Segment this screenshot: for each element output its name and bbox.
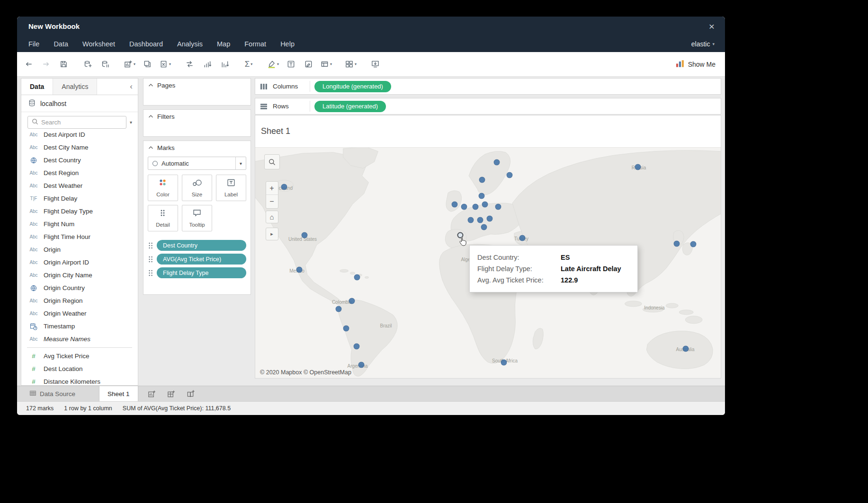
menu-item-dashboard[interactable]: Dashboard bbox=[122, 35, 170, 52]
text-label-button[interactable] bbox=[285, 58, 296, 71]
map-mark[interactable] bbox=[473, 204, 479, 210]
menu-item-file[interactable]: File bbox=[28, 35, 46, 52]
search-options-icon[interactable]: ▾ bbox=[130, 120, 134, 125]
map-mark[interactable] bbox=[281, 184, 287, 190]
map-mark[interactable] bbox=[354, 274, 360, 281]
map-mark[interactable] bbox=[501, 360, 507, 366]
zoom-home-button[interactable]: ⌂ bbox=[266, 211, 278, 223]
field-flight-time-hour[interactable]: AbcFlight Time Hour bbox=[21, 230, 138, 243]
field-origin-airport-id[interactable]: AbcOrigin Airport ID bbox=[21, 256, 138, 269]
field-dest-country[interactable]: Dest Country bbox=[21, 154, 138, 167]
tab-data[interactable]: Data bbox=[21, 79, 53, 95]
zoom-out-button[interactable]: − bbox=[266, 195, 278, 208]
pause-updates-button[interactable] bbox=[99, 58, 111, 71]
totals-button[interactable]: Σ▾ bbox=[243, 58, 254, 71]
pages-shelf[interactable] bbox=[143, 92, 251, 105]
map-mark[interactable] bbox=[479, 177, 485, 183]
mark-label-button[interactable]: Label bbox=[216, 175, 246, 201]
map-mark[interactable] bbox=[494, 159, 500, 166]
new-dashboard-tab-button[interactable] bbox=[166, 386, 177, 401]
zoom-in-button[interactable]: + bbox=[266, 182, 278, 195]
map-mark[interactable] bbox=[343, 326, 349, 332]
field-dest-city-name[interactable]: AbcDest City Name bbox=[21, 141, 138, 154]
map-mark[interactable] bbox=[461, 204, 467, 210]
menu-item-help[interactable]: Help bbox=[273, 35, 302, 52]
mark-size-button[interactable]: Size bbox=[182, 175, 212, 201]
map-mark[interactable] bbox=[477, 217, 483, 223]
pages-card-header[interactable]: Pages bbox=[143, 79, 251, 92]
map-mark[interactable] bbox=[519, 235, 526, 241]
field-origin[interactable]: AbcOrigin bbox=[21, 243, 138, 256]
undo-button[interactable] bbox=[23, 58, 34, 71]
tab-sheet1[interactable]: Sheet 1 bbox=[99, 386, 138, 401]
map-mark[interactable] bbox=[674, 241, 680, 247]
menu-item-format[interactable]: Format bbox=[237, 35, 273, 52]
new-worksheet-tab-button[interactable] bbox=[146, 386, 158, 401]
field-timestamp[interactable]: Timestamp bbox=[21, 320, 138, 333]
search-field[interactable] bbox=[41, 119, 122, 126]
show-cards-button[interactable]: ▾ bbox=[345, 58, 357, 71]
menu-item-analysis[interactable]: Analysis bbox=[170, 35, 210, 52]
field-origin-country[interactable]: Origin Country bbox=[21, 282, 138, 294]
marks-pill-dest-country[interactable]: Dest Country bbox=[157, 240, 246, 251]
show-me-button[interactable]: Show Me bbox=[676, 60, 716, 69]
map-mark[interactable] bbox=[336, 306, 342, 312]
filters-shelf[interactable] bbox=[143, 123, 251, 136]
field-avg-ticket-price[interactable]: #Avg Ticket Price bbox=[21, 350, 138, 362]
map-mark[interactable] bbox=[482, 202, 488, 208]
sort-asc-button[interactable] bbox=[201, 58, 213, 71]
map-mark[interactable] bbox=[690, 241, 697, 247]
map-mark[interactable] bbox=[683, 346, 689, 352]
duplicate-button[interactable] bbox=[142, 58, 153, 71]
mark-detail-button[interactable]: Detail bbox=[148, 205, 178, 231]
map-mark[interactable] bbox=[358, 362, 365, 368]
field-flight-delay-type[interactable]: AbcFlight Delay Type bbox=[21, 205, 138, 218]
data-source-connection[interactable]: localhost bbox=[21, 95, 138, 112]
columns-shelf[interactable]: Columns Longitude (generated) bbox=[255, 78, 721, 95]
redo-button[interactable] bbox=[40, 58, 52, 71]
marks-pill-avg-avg-ticket-price[interactable]: AVG(Avg Ticket Price) bbox=[157, 254, 246, 265]
field-dest-weather[interactable]: AbcDest Weather bbox=[21, 179, 138, 192]
new-data-source-button[interactable] bbox=[82, 58, 93, 71]
tab-analytics[interactable]: Analytics bbox=[53, 79, 97, 95]
clear-sheet-button[interactable]: ▾ bbox=[159, 58, 171, 71]
chevron-down-icon[interactable]: ▾ bbox=[235, 157, 246, 169]
field-origin-weather[interactable]: AbcOrigin Weather bbox=[21, 307, 138, 320]
presentation-button[interactable] bbox=[369, 58, 381, 71]
map-mark[interactable] bbox=[349, 298, 355, 304]
new-worksheet-button[interactable]: ▾ bbox=[124, 58, 135, 71]
field-dest-region[interactable]: AbcDest Region bbox=[21, 167, 138, 179]
menu-item-data[interactable]: Data bbox=[46, 35, 75, 52]
tab-data-source[interactable]: Data Source bbox=[22, 386, 83, 401]
filters-card-header[interactable]: Filters bbox=[143, 110, 251, 123]
sort-desc-button[interactable] bbox=[219, 58, 230, 71]
map-search-button[interactable] bbox=[264, 154, 280, 169]
marks-card-header[interactable]: Marks bbox=[143, 141, 251, 154]
mark-color-button[interactable]: Color bbox=[148, 175, 178, 201]
map-mark[interactable] bbox=[296, 267, 303, 273]
field-origin-region[interactable]: AbcOrigin Region bbox=[21, 294, 138, 307]
save-button[interactable] bbox=[58, 58, 69, 71]
collapse-pane-icon[interactable]: ‹ bbox=[125, 79, 138, 95]
menu-item-worksheet[interactable]: Worksheet bbox=[75, 35, 122, 52]
fit-button[interactable]: ▾ bbox=[320, 58, 332, 71]
account-menu[interactable]: elastic ▾ bbox=[691, 40, 715, 48]
field-dest-airport-id[interactable]: AbcDest Airport ID bbox=[21, 132, 138, 141]
map-canvas[interactable]: IcelandUnited StatesMexicoColombiaBrazil… bbox=[255, 147, 721, 378]
search-input[interactable] bbox=[27, 116, 126, 129]
map-mark[interactable] bbox=[354, 344, 360, 350]
pill-latitude-generated[interactable]: Latitude (generated) bbox=[314, 101, 386, 112]
format-button[interactable] bbox=[303, 58, 314, 71]
close-icon[interactable]: × bbox=[709, 21, 715, 31]
mark-type-dropdown[interactable]: Automatic ▾ bbox=[148, 157, 246, 170]
field-measure-names[interactable]: AbcMeasure Names bbox=[21, 333, 138, 345]
map-controls-expand-button[interactable]: ▸ bbox=[266, 228, 278, 240]
map-mark[interactable] bbox=[468, 217, 474, 223]
menu-item-map[interactable]: Map bbox=[210, 35, 237, 52]
field-distance-kilometers[interactable]: #Distance Kilometers bbox=[21, 375, 138, 385]
map-mark[interactable] bbox=[487, 216, 493, 222]
field-flight-num[interactable]: AbcFlight Num bbox=[21, 218, 138, 230]
map-mark[interactable] bbox=[635, 164, 641, 170]
map-mark[interactable] bbox=[302, 232, 308, 238]
swap-button[interactable] bbox=[184, 58, 195, 71]
